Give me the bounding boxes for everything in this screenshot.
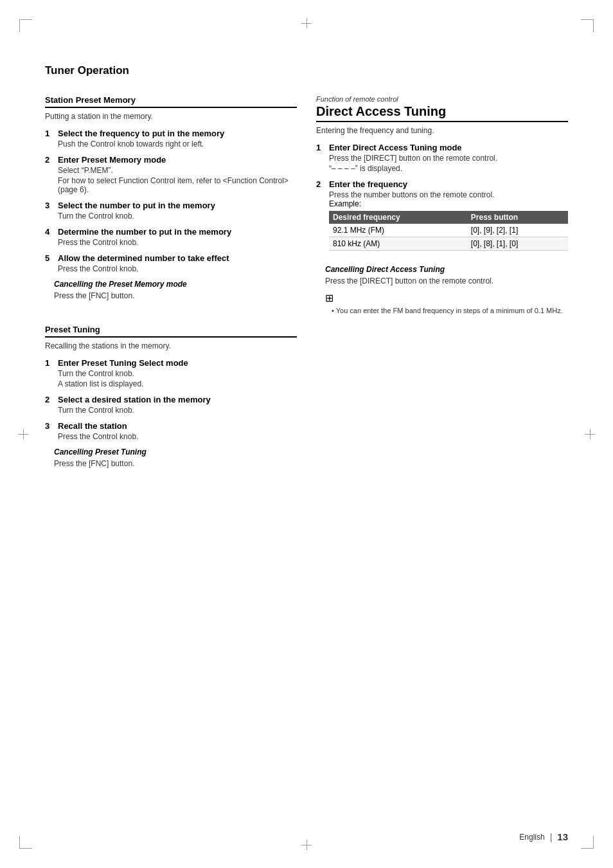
direct-step-2-bold: Enter the frequency — [329, 179, 568, 189]
step-content-3: Select the number to put in the memory T… — [58, 201, 297, 221]
content-area: Tuner Operation Station Preset Memory Pu… — [45, 64, 568, 817]
step-3-sub: Turn the Control knob. — [58, 212, 297, 221]
note-area: ⊞ You can enter the FM band frequency in… — [325, 292, 568, 314]
crosshair-left — [18, 429, 28, 439]
station-preset-subtitle: Putting a station in the memory. — [45, 112, 297, 121]
station-preset-title: Station Preset Memory — [45, 95, 297, 108]
cancel-tuning-label: Cancelling Preset Tuning — [54, 448, 297, 457]
cancel-direct-access: Cancelling Direct Access Tuning Press th… — [325, 265, 568, 285]
tuning-step-num-1: 1 — [45, 358, 54, 388]
table-row: 810 kHz (AM) [0], [8], [1], [0] — [329, 237, 568, 251]
step-4-sub: Press the Control knob. — [58, 238, 297, 247]
footer-divider: | — [550, 832, 553, 842]
tuning-step-1-bold: Enter Preset Tuning Select mode — [58, 358, 297, 368]
columns: Station Preset Memory Putting a station … — [45, 95, 568, 475]
cancel-preset-text: Press the [FNC] button. — [54, 291, 297, 300]
step-5-sub: Press the Control knob. — [58, 264, 297, 273]
tuning-step-2-sub: Turn the Control knob. — [58, 406, 297, 415]
corner-mark-br — [581, 836, 594, 849]
tuning-step-1: 1 Enter Preset Tuning Select mode Turn t… — [45, 358, 297, 388]
step-number-2: 2 — [45, 155, 54, 194]
step-2-bold: Enter Preset Memory mode — [58, 155, 297, 165]
station-step-5: 5 Allow the determined number to take ef… — [45, 253, 297, 273]
page-title: Tuner Operation — [45, 64, 568, 77]
step-1-bold: Select the frequency to put in the memor… — [58, 129, 297, 138]
note-text: You can enter the FM band frequency in s… — [325, 307, 568, 314]
preset-tuning-title: Preset Tuning — [45, 325, 297, 338]
cancel-direct-text: Press the [DIRECT] button on the remote … — [325, 276, 568, 285]
btn-fm: [0], [9], [2], [1] — [467, 224, 568, 237]
step-5-bold: Allow the determined number to take effe… — [58, 253, 297, 263]
tuning-step-3: 3 Recall the station Press the Control k… — [45, 421, 297, 441]
btn-am: [0], [8], [1], [0] — [467, 237, 568, 251]
crosshair-top — [301, 18, 312, 28]
freq-am: 810 kHz (AM) — [329, 237, 467, 251]
tuning-step-3-sub: Press the Control knob. — [58, 432, 297, 441]
language-label: English — [519, 833, 544, 842]
station-preset-section: Station Preset Memory Putting a station … — [45, 95, 297, 300]
preset-tuning-section: Preset Tuning Recalling the stations in … — [45, 325, 297, 468]
page-footer: English | 13 — [519, 831, 568, 842]
preset-tuning-subtitle: Recalling the stations in the memory. — [45, 341, 297, 350]
station-step-4: 4 Determine the number to put in the mem… — [45, 227, 297, 247]
right-column: Function of remote control Direct Access… — [316, 95, 568, 475]
direct-step-1-sub1: Press the [DIRECT] button on the remote … — [329, 154, 568, 163]
direct-step-1-sub2: “– – – –” is displayed. — [329, 164, 568, 173]
direct-step-num-2: 2 — [316, 179, 325, 258]
cancel-direct-label: Cancelling Direct Access Tuning — [325, 265, 568, 274]
table-header-button: Press button — [467, 211, 568, 224]
table-header-frequency: Desired frequency — [329, 211, 467, 224]
tuning-content-3: Recall the station Press the Control kno… — [58, 421, 297, 441]
tuning-step-2: 2 Select a desired station in the memory… — [45, 395, 297, 415]
step-4-bold: Determine the number to put in the memor… — [58, 227, 297, 237]
step-number-4: 4 — [45, 227, 54, 247]
frequency-table: Desired frequency Press button 92.1 MHz … — [329, 211, 568, 251]
direct-step-2-sub1: Press the number buttons on the remote c… — [329, 190, 568, 199]
tuning-step-1-sub2: A station list is displayed. — [58, 379, 297, 388]
example-label: Example: — [329, 199, 568, 208]
crosshair-bottom — [301, 840, 312, 850]
page: Tuner Operation Station Preset Memory Pu… — [0, 0, 613, 868]
station-step-3: 3 Select the number to put in the memory… — [45, 201, 297, 221]
direct-step-2: 2 Enter the frequency Press the number b… — [316, 179, 568, 258]
cancel-preset-memory: Cancelling the Preset Memory mode Press … — [54, 280, 297, 300]
table-row: 92.1 MHz (FM) [0], [9], [2], [1] — [329, 224, 568, 237]
note-icon: ⊞ — [325, 292, 568, 304]
direct-access-title: Direct Access Tuning — [316, 104, 568, 122]
freq-fm: 92.1 MHz (FM) — [329, 224, 467, 237]
corner-mark-tr — [581, 19, 594, 32]
tuning-step-num-2: 2 — [45, 395, 54, 415]
step-2-sub1: Select “P.MEM”. — [58, 166, 297, 175]
step-number-5: 5 — [45, 253, 54, 273]
station-step-1: 1 Select the frequency to put in the mem… — [45, 129, 297, 149]
tuning-content-1: Enter Preset Tuning Select mode Turn the… — [58, 358, 297, 388]
cancel-preset-tuning: Cancelling Preset Tuning Press the [FNC]… — [54, 448, 297, 468]
step-number-3: 3 — [45, 201, 54, 221]
left-column: Station Preset Memory Putting a station … — [45, 95, 297, 475]
tuning-content-2: Select a desired station in the memory T… — [58, 395, 297, 415]
corner-mark-tl — [19, 19, 32, 32]
step-content-5: Allow the determined number to take effe… — [58, 253, 297, 273]
step-content-2: Enter Preset Memory mode Select “P.MEM”.… — [58, 155, 297, 194]
station-step-2: 2 Enter Preset Memory mode Select “P.MEM… — [45, 155, 297, 194]
step-content-1: Select the frequency to put in the memor… — [58, 129, 297, 149]
cancel-preset-label: Cancelling the Preset Memory mode — [54, 280, 297, 289]
corner-mark-bl — [19, 836, 32, 849]
step-3-bold: Select the number to put in the memory — [58, 201, 297, 210]
direct-access-subtitle: Entering the frequency and tuning. — [316, 126, 568, 135]
step-number-1: 1 — [45, 129, 54, 149]
direct-step-num-1: 1 — [316, 143, 325, 173]
crosshair-right — [585, 429, 595, 439]
tuning-step-2-bold: Select a desired station in the memory — [58, 395, 297, 404]
function-label: Function of remote control — [316, 95, 568, 103]
page-number: 13 — [557, 831, 568, 842]
step-1-sub: Push the Control knob towards right or l… — [58, 140, 297, 149]
direct-access-section: Function of remote control Direct Access… — [316, 95, 568, 314]
tuning-step-num-3: 3 — [45, 421, 54, 441]
direct-content-1: Enter Direct Access Tuning mode Press th… — [329, 143, 568, 173]
direct-step-1: 1 Enter Direct Access Tuning mode Press … — [316, 143, 568, 173]
tuning-step-3-bold: Recall the station — [58, 421, 297, 431]
section-gap — [45, 307, 297, 325]
cancel-tuning-text: Press the [FNC] button. — [54, 459, 297, 468]
direct-step-1-bold: Enter Direct Access Tuning mode — [329, 143, 568, 152]
